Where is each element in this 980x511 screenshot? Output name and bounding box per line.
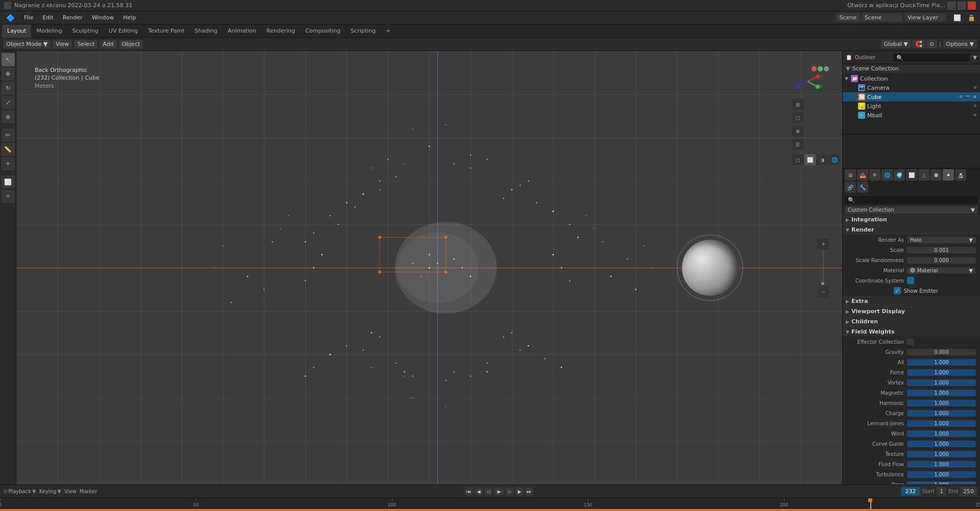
jump-end-btn[interactable]: ⏭ (525, 488, 533, 496)
menu-window[interactable]: Window (88, 13, 118, 22)
drag-value[interactable]: 1.000 (907, 481, 976, 485)
close-button[interactable] (968, 2, 976, 10)
show-emitter-checkbox[interactable]: ✓ (894, 287, 901, 294)
texture-fw-value[interactable]: 1.000 (907, 451, 976, 457)
camera-hide-btn[interactable]: 👁 (972, 85, 978, 91)
charge-value[interactable]: 1.000 (907, 410, 976, 417)
tab-animation[interactable]: Animation (223, 24, 261, 38)
prop-tab-physics[interactable]: 🔬 (955, 169, 966, 181)
wireframe-toggle[interactable]: ⬡ (792, 112, 803, 123)
view-menu[interactable]: View (53, 40, 72, 48)
menu-help[interactable]: Help (119, 13, 140, 22)
prop-tab-constraints[interactable]: 🔗 (845, 182, 856, 193)
tab-compositing[interactable]: Compositing (300, 24, 346, 38)
scale-rand-value[interactable]: 0.000 (907, 257, 976, 264)
tab-shading[interactable]: Shading (189, 24, 223, 38)
prop-tab-view-layer[interactable]: 👁 (869, 169, 880, 181)
scene-name[interactable]: Scene (862, 13, 902, 22)
blender-logo[interactable]: 🔷 (2, 12, 19, 23)
material-shading[interactable]: ◑ (817, 154, 828, 165)
rotate-tool[interactable]: ↻ (2, 82, 15, 95)
circle-select-tool[interactable]: ⚪ (2, 190, 15, 203)
prop-tab-world[interactable]: 🌍 (894, 169, 905, 181)
start-frame[interactable]: 1 (937, 487, 946, 496)
all-value[interactable]: 1.000 (907, 359, 976, 366)
zoom-in-btn[interactable]: + (818, 238, 829, 249)
light-hide-btn[interactable]: 👁 (972, 103, 978, 109)
tab-layout[interactable]: Layout (2, 24, 31, 38)
scene-selector[interactable]: Scene (836, 13, 860, 22)
wind-value[interactable]: 1.000 (907, 430, 976, 437)
integration-header[interactable]: ▶ Integration (843, 215, 980, 224)
scale-tool[interactable]: ⤢ (2, 96, 15, 109)
overlays-toggle[interactable]: ⊕ (792, 125, 803, 137)
maximize-button[interactable] (958, 2, 966, 10)
zoom-out-btn[interactable]: − (818, 286, 829, 297)
select-menu[interactable]: Select (74, 40, 97, 48)
scale-value[interactable]: 0.001 (907, 247, 976, 253)
tab-uv-editing[interactable]: UV Editing (104, 24, 143, 38)
cube-select-btn[interactable]: ✱ (972, 94, 978, 100)
outliner-filter[interactable]: ▼ (973, 55, 977, 60)
prop-tab-particles[interactable]: ✦ (943, 169, 954, 181)
object-mode-selector[interactable]: Object Mode ▼ (3, 40, 51, 48)
children-header[interactable]: ▶ Children (843, 317, 980, 326)
vp-display-header[interactable]: ▶ Viewport Display (843, 306, 980, 316)
render-section-header[interactable]: ▼ Render (843, 225, 980, 235)
custom-collection-selector[interactable]: Custom Collection ▼ (845, 206, 978, 214)
gravity-value[interactable]: 0.000 (907, 349, 976, 355)
menu-render[interactable]: Render (59, 13, 87, 22)
extra-header[interactable]: ▶ Extra (843, 296, 980, 306)
snap-toggle[interactable]: 🧲 (912, 40, 925, 48)
tree-item-collection[interactable]: ▼ 📁 Collection (843, 74, 980, 83)
force-value[interactable]: 1.000 (907, 369, 976, 376)
next-frame-btn[interactable]: ▷ (506, 488, 514, 496)
tree-item-mball[interactable]: ⚪ Mball 👁 (843, 111, 980, 120)
magnetic-value[interactable]: 1.000 (907, 390, 976, 396)
prev-keyframe-btn[interactable]: ◀ (475, 488, 483, 496)
prop-tab-output[interactable]: 📤 (857, 169, 868, 181)
mball-hide-btn[interactable]: 👁 (972, 112, 978, 118)
tab-add[interactable]: + (381, 24, 396, 38)
fluid-value[interactable]: 1.000 (907, 461, 976, 468)
proportional-edit[interactable]: ⊙ (926, 40, 937, 48)
move-tool[interactable]: ✥ (2, 67, 15, 81)
play-btn[interactable]: ▶ (494, 488, 504, 496)
header-icon-1[interactable]: ⬜ (950, 11, 964, 24)
annotate-tool[interactable]: ✏ (2, 129, 15, 142)
field-weights-header[interactable]: ▼ Field Weights (843, 327, 980, 337)
minimize-button[interactable] (947, 2, 955, 10)
header-icon-2[interactable]: 🔒 (965, 11, 978, 24)
view-layer-selector[interactable]: View Layer (904, 13, 945, 22)
prop-tab-object[interactable]: ⬜ (906, 169, 917, 181)
add-menu[interactable]: Add (100, 40, 116, 48)
turb-value[interactable]: 1.000 (907, 471, 976, 478)
vortex-value[interactable]: 1.000 (907, 379, 976, 386)
tab-texture-paint[interactable]: Texture Paint (143, 24, 189, 38)
perspective-toggle[interactable]: ⊞ (792, 99, 803, 110)
jump-start-btn[interactable]: ⏮ (465, 488, 473, 496)
tab-modeling[interactable]: Modeling (31, 24, 67, 38)
eff-coll-value[interactable] (907, 338, 914, 345)
render-shading[interactable]: 🌐 (829, 154, 840, 165)
box-select-tool[interactable]: ⬜ (2, 175, 15, 189)
material-value[interactable]: Material ▼ (907, 267, 976, 274)
options-menu[interactable]: Options ▼ (943, 40, 977, 48)
measure-tool[interactable]: 📏 (2, 143, 15, 156)
render-as-value[interactable]: Halo ▼ (907, 237, 976, 243)
end-frame[interactable]: 250 (960, 487, 977, 496)
next-keyframe-btn[interactable]: ▶ (516, 488, 524, 496)
tree-item-light[interactable]: 💡 Light 👁 (843, 101, 980, 111)
cursor-tool[interactable]: ↖ (2, 53, 15, 66)
prop-tab-modifiers[interactable]: 🔧 (857, 182, 868, 193)
tab-rendering[interactable]: Rendering (261, 24, 300, 38)
solid-shading[interactable]: ⬜ (804, 154, 816, 165)
outliner-search[interactable] (893, 54, 970, 62)
current-frame-display[interactable]: 232 (901, 487, 920, 496)
prop-tab-mesh[interactable]: △ (918, 169, 929, 181)
menu-file[interactable]: File (20, 13, 37, 22)
lennard-value[interactable]: 1.000 (907, 420, 976, 427)
transform-tool[interactable]: ⊕ (2, 110, 15, 123)
tree-item-camera[interactable]: 📷 Camera 👁 (843, 83, 980, 92)
global-orientation[interactable]: Global ▼ (881, 40, 911, 48)
